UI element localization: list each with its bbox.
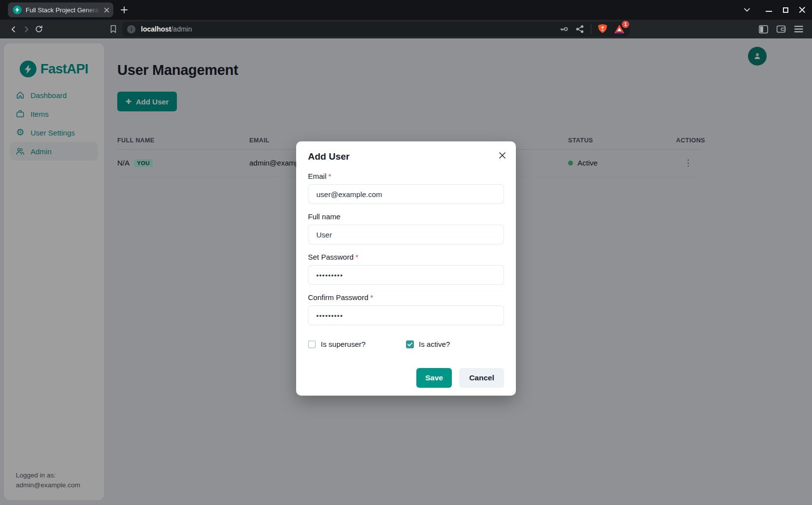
set-password-field-group: Set Password* xyxy=(308,253,504,285)
modal-header: Add User xyxy=(296,141,516,165)
reload-button[interactable] xyxy=(33,23,45,35)
checkbox-row: Is superuser? Is active? xyxy=(308,340,504,348)
close-icon xyxy=(499,152,506,159)
forward-button[interactable] xyxy=(20,23,33,35)
tab-search-chevron-icon[interactable] xyxy=(742,7,752,12)
fastapi-favicon-icon xyxy=(13,5,22,14)
browser-tab[interactable]: Full Stack Project Genera xyxy=(8,2,113,17)
tab-bar: Full Stack Project Genera xyxy=(0,0,812,20)
tab-close-icon[interactable] xyxy=(104,7,109,13)
browser-window: Full Stack Project Genera xyxy=(0,0,812,505)
close-window-button[interactable] xyxy=(797,6,807,13)
checkbox-unchecked-icon xyxy=(308,340,316,348)
brave-rewards-icon[interactable]: 1 xyxy=(614,24,625,34)
add-user-modal: Add User Email* Full name Set Password* xyxy=(296,141,516,396)
confirm-password-input[interactable] xyxy=(308,305,504,325)
rewards-count-badge: 1 xyxy=(622,21,629,28)
save-button[interactable]: Save xyxy=(416,368,452,388)
browser-toolbar: i localhost/admin 1 xyxy=(0,20,812,38)
required-asterisk: * xyxy=(371,293,373,302)
full-name-label: Full name xyxy=(308,212,504,221)
is-active-checkbox[interactable]: Is active? xyxy=(406,340,504,348)
back-button[interactable] xyxy=(7,23,20,35)
modal-body: Email* Full name Set Password* Confirm P… xyxy=(296,165,516,348)
modal-close-button[interactable] xyxy=(494,147,510,163)
email-input[interactable] xyxy=(308,184,504,204)
sidebar-toggle-icon[interactable] xyxy=(759,25,768,34)
modal-footer: Save Cancel xyxy=(296,348,516,396)
bookmark-icon[interactable] xyxy=(109,25,117,34)
full-name-input[interactable] xyxy=(308,225,504,244)
brave-shield-icon[interactable] xyxy=(598,24,608,34)
url-text: localhost/admin xyxy=(141,25,192,33)
set-password-label: Set Password* xyxy=(308,253,504,261)
confirm-password-field-group: Confirm Password* xyxy=(308,293,504,325)
divider xyxy=(591,24,591,34)
admin-page: FastAPI Dashboard Items ⚙ User xyxy=(0,38,812,505)
full-name-field-group: Full name xyxy=(308,212,504,244)
confirm-password-label: Confirm Password* xyxy=(308,293,504,302)
wallet-icon[interactable] xyxy=(777,25,786,33)
email-label: Email* xyxy=(308,172,504,180)
tab-title: Full Stack Project Genera xyxy=(26,6,102,14)
key-icon[interactable] xyxy=(559,24,569,34)
window-controls xyxy=(742,6,812,13)
set-password-input[interactable] xyxy=(308,265,504,285)
is-superuser-checkbox[interactable]: Is superuser? xyxy=(308,340,406,348)
url-path: /admin xyxy=(171,25,192,33)
new-tab-button[interactable] xyxy=(120,6,128,14)
modal-title: Add User xyxy=(308,151,504,162)
url-host: localhost xyxy=(141,25,171,33)
checkbox-checked-icon xyxy=(406,340,414,348)
minimize-button[interactable] xyxy=(764,8,774,12)
maximize-button[interactable] xyxy=(780,7,790,13)
share-icon[interactable] xyxy=(575,25,584,34)
address-bar[interactable]: i localhost/admin 1 xyxy=(122,22,630,36)
required-asterisk: * xyxy=(329,172,332,180)
site-info-icon[interactable]: i xyxy=(127,25,135,34)
cancel-button[interactable]: Cancel xyxy=(459,368,504,388)
email-field-group: Email* xyxy=(308,172,504,204)
required-asterisk: * xyxy=(356,253,359,261)
menu-icon[interactable] xyxy=(794,26,803,33)
